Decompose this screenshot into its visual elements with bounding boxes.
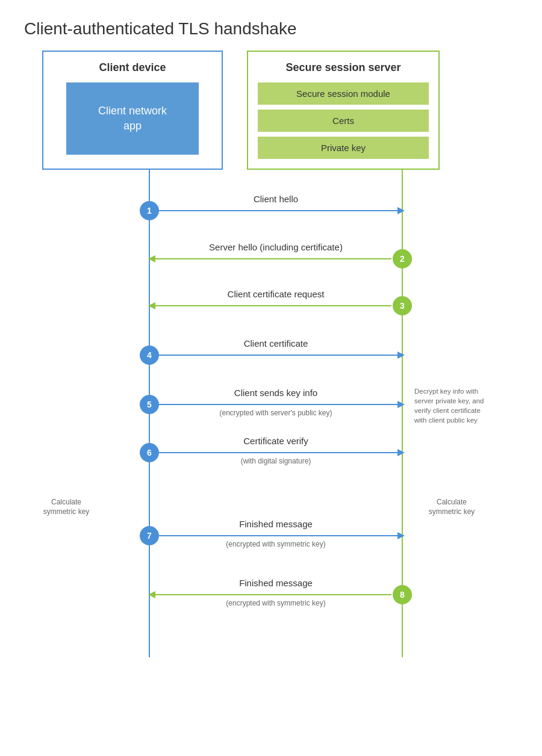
server-box: Secure session server Secure session mod…	[247, 51, 440, 170]
step3-num: 3	[400, 301, 405, 311]
client-network-app: Client networkapp	[66, 82, 199, 155]
step2-num: 2	[400, 254, 405, 264]
step5-sublabel: (encrypted with server's public key)	[219, 409, 332, 417]
step7-num: 7	[147, 531, 152, 541]
step5-arrowhead	[397, 401, 405, 408]
calc-sym-server-line1: Calculate	[437, 498, 467, 506]
step4-num: 4	[147, 350, 152, 360]
step8-sublabel: (encrypted with symmetric key)	[226, 599, 325, 607]
calc-sym-client-line2: symmetric key	[43, 507, 90, 516]
decrypt-note-line3: verify client certificate	[414, 407, 481, 414]
step5-num: 5	[147, 400, 152, 409]
step2-label: Server hello (including certificate)	[209, 242, 343, 252]
step8-label: Finished message	[239, 578, 313, 588]
step4-arrowhead	[397, 352, 405, 359]
step7-sublabel: (encrypted with symmetric key)	[226, 540, 325, 548]
step8-num: 8	[400, 590, 405, 600]
decrypt-note-line2: server private key, and	[414, 397, 484, 404]
step4-label: Client certificate	[244, 338, 308, 349]
calc-sym-server-line2: symmetric key	[429, 507, 475, 516]
step7-arrowhead	[397, 532, 405, 539]
server-components: Secure session module Certs Private key	[258, 82, 429, 159]
sequence-diagram: 1 Client hello 2 Server hello (including…	[42, 170, 536, 657]
client-box: Client device Client networkapp	[42, 51, 223, 170]
step5-label: Client sends key info	[234, 388, 317, 398]
boxes-row: Client device Client networkapp Secure s…	[18, 51, 524, 170]
decrypt-note-line1: Decrypt key info with	[414, 388, 478, 395]
decrypt-note-line4: with client public key	[414, 417, 478, 424]
step3-label: Client certificate request	[228, 289, 325, 299]
diagram-area: Client device Client networkapp Secure s…	[0, 51, 542, 657]
private-key-component: Private key	[258, 137, 429, 159]
step6-label: Certificate verify	[243, 436, 308, 446]
page-title: Client-authenticated TLS handshake	[0, 0, 542, 51]
step1-label: Client hello	[254, 194, 298, 204]
step6-num: 6	[147, 448, 152, 457]
step6-sublabel: (with digital signature)	[241, 457, 311, 465]
server-box-title: Secure session server	[285, 61, 400, 74]
step1-arrowhead	[397, 207, 405, 214]
client-box-title: Client device	[99, 61, 166, 74]
certs-component: Certs	[258, 110, 429, 132]
calc-sym-client-line1: Calculate	[51, 498, 81, 506]
step7-label: Finished message	[239, 519, 313, 529]
secure-session-module: Secure session module	[258, 82, 429, 105]
step1-num: 1	[147, 206, 152, 215]
step6-arrowhead	[397, 449, 405, 456]
